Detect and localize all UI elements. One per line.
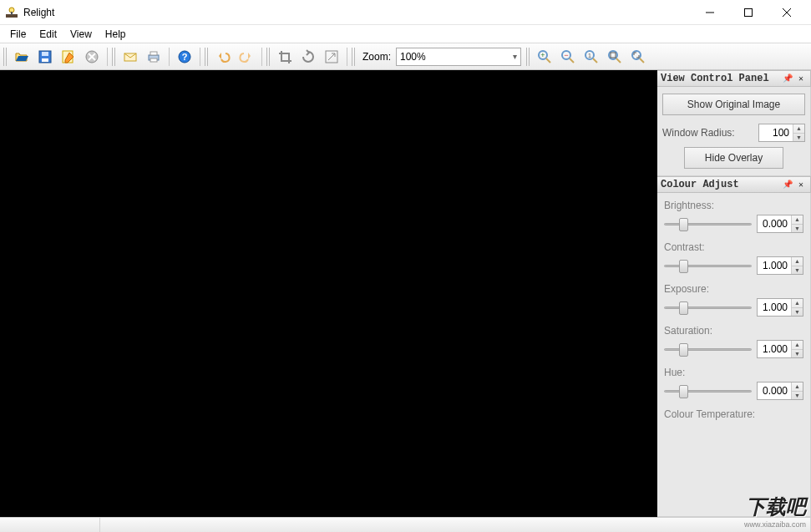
view-panel-header[interactable]: View Control Panel 📌 ✕ — [657, 70, 811, 87]
saturation-label: Saturation: — [664, 325, 803, 337]
cancel-button[interactable] — [81, 46, 103, 68]
toolbar-separator — [200, 48, 200, 66]
toolbar-separator — [107, 48, 108, 66]
pin-icon[interactable]: 📌 — [782, 73, 793, 84]
svg-rect-16 — [150, 52, 157, 55]
toolbar-grip[interactable] — [526, 48, 530, 66]
menu-help[interactable]: Help — [99, 27, 133, 42]
print-button[interactable] — [143, 46, 165, 68]
colour-panel-header[interactable]: Colour Adjust 📌 ✕ — [657, 176, 811, 193]
brightness-slider[interactable] — [664, 215, 752, 232]
svg-rect-4 — [745, 8, 753, 16]
pin-icon[interactable]: 📌 — [782, 179, 793, 190]
crop-button[interactable] — [274, 46, 296, 68]
exposure-label: Exposure: — [664, 283, 803, 295]
zoom-dropdown[interactable]: 100% ▾ — [396, 48, 521, 66]
contrast-input[interactable]: ▲▼ — [757, 256, 803, 275]
open-button[interactable] — [11, 46, 33, 68]
app-icon — [5, 6, 18, 19]
minimize-button[interactable] — [691, 0, 729, 25]
svg-rect-32 — [611, 53, 616, 58]
exposure-slider[interactable] — [664, 299, 752, 316]
colour-panel-body: Brightness: ▲▼ Contrast: ▲▼ Exposure: ▲▼ — [657, 193, 811, 517]
close-button[interactable] — [768, 0, 806, 25]
rotate-button[interactable] — [297, 46, 319, 68]
brightness-input[interactable]: ▲▼ — [757, 215, 803, 233]
toolbar-grip[interactable] — [266, 48, 271, 66]
toolbar-separator — [261, 48, 262, 66]
undo-button[interactable] — [212, 46, 234, 68]
saturation-input[interactable]: ▲▼ — [757, 340, 803, 358]
toolbar-separator — [169, 48, 170, 66]
window-radius-input[interactable]: ▲▼ — [758, 124, 805, 142]
maximize-button[interactable] — [729, 0, 768, 25]
window-radius-field[interactable] — [759, 124, 793, 141]
status-cell — [0, 518, 100, 532]
canvas[interactable] — [0, 70, 657, 517]
toolbar-grip[interactable] — [3, 48, 8, 66]
zoom-actual-button[interactable]: 1 — [580, 46, 602, 68]
menu-view[interactable]: View — [63, 27, 99, 42]
hue-group: Hue: ▲▼ — [659, 363, 808, 405]
svg-text:+: + — [540, 51, 545, 59]
brightness-label: Brightness: — [664, 200, 803, 211]
hue-slider[interactable] — [664, 383, 752, 399]
svg-text:?: ? — [182, 52, 188, 62]
svg-rect-9 — [42, 52, 48, 56]
toolbar: ? Zoom: 100% ▾ + − 1 — [0, 43, 811, 70]
work-area: View Control Panel 📌 ✕ Show Original Ima… — [0, 70, 811, 517]
panel-close-icon[interactable]: ✕ — [795, 179, 807, 190]
hide-overlay-button[interactable]: Hide Overlay — [684, 147, 784, 169]
zoom-out-button[interactable]: − — [557, 46, 579, 68]
saturation-slider[interactable] — [664, 341, 752, 357]
toolbar-separator — [347, 48, 347, 66]
redo-button[interactable] — [236, 46, 257, 68]
help-button[interactable]: ? — [174, 46, 195, 68]
menubar: File Edit View Help — [0, 25, 811, 43]
zoom-fit-button[interactable] — [604, 46, 626, 68]
contrast-group: Contrast: ▲▼ — [659, 238, 808, 280]
window-buttons — [691, 0, 806, 25]
saturation-group: Saturation: ▲▼ — [659, 322, 808, 363]
zoom-region-button[interactable] — [627, 46, 649, 68]
mail-button[interactable] — [119, 46, 141, 68]
brightness-group: Brightness: ▲▼ — [659, 196, 808, 238]
svg-rect-2 — [11, 12, 13, 15]
titlebar: Relight — [0, 0, 811, 25]
spin-up-icon[interactable]: ▲ — [793, 124, 804, 134]
chevron-down-icon: ▾ — [513, 52, 517, 61]
edit-button[interactable] — [58, 46, 79, 68]
colour-temp-group: Colour Temperature: — [659, 405, 808, 428]
side-panel: View Control Panel 📌 ✕ Show Original Ima… — [657, 70, 811, 517]
svg-rect-17 — [150, 58, 157, 62]
spin-buttons[interactable]: ▲▼ — [793, 124, 804, 141]
hue-input[interactable]: ▲▼ — [757, 382, 803, 400]
exposure-input[interactable]: ▲▼ — [757, 298, 803, 317]
contrast-label: Contrast: — [664, 241, 803, 253]
contrast-slider[interactable] — [664, 257, 752, 274]
exposure-group: Exposure: ▲▼ — [659, 280, 808, 322]
toolbar-grip[interactable] — [112, 48, 116, 66]
spin-down-icon[interactable]: ▼ — [793, 134, 804, 142]
colour-temp-label: Colour Temperature: — [664, 408, 803, 420]
svg-line-22 — [546, 58, 550, 63]
window-radius-label: Window Radius: — [662, 127, 735, 139]
zoom-label: Zoom: — [362, 51, 391, 63]
show-original-button[interactable]: Show Original Image — [662, 94, 805, 115]
status-cell — [100, 518, 811, 532]
statusbar — [0, 517, 811, 532]
save-button[interactable] — [34, 46, 56, 68]
menu-file[interactable]: File — [3, 27, 33, 42]
svg-text:−: − — [564, 51, 568, 59]
toolbar-grip[interactable] — [205, 48, 209, 66]
colour-panel-title: Colour Adjust — [661, 179, 780, 190]
svg-line-31 — [616, 58, 621, 63]
view-panel-body: Show Original Image Window Radius: ▲▼ Hi… — [657, 87, 811, 176]
toolbar-grip[interactable] — [352, 48, 356, 66]
panel-close-icon[interactable]: ✕ — [795, 73, 807, 84]
svg-text:1: 1 — [588, 53, 591, 58]
menu-edit[interactable]: Edit — [33, 27, 63, 42]
resize-button[interactable] — [321, 46, 342, 68]
zoom-value: 100% — [400, 51, 426, 63]
zoom-in-button[interactable]: + — [534, 46, 555, 68]
